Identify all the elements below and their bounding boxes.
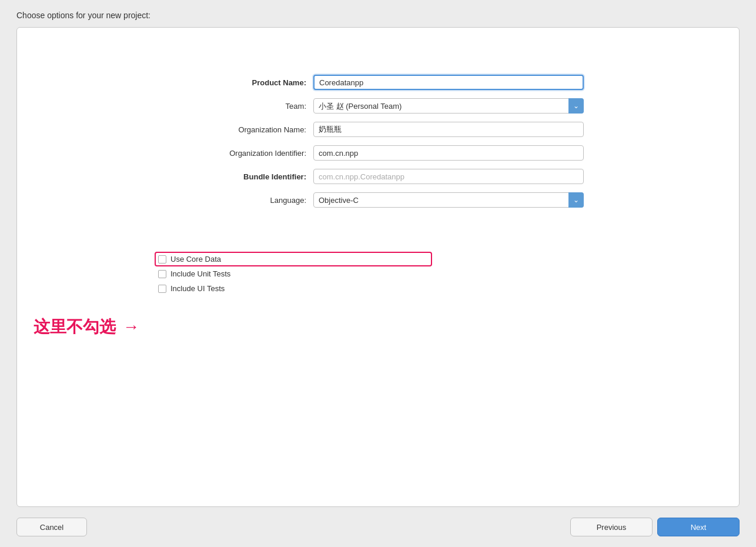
annotation-text: 这里不勾选 — [34, 316, 116, 338]
include-unit-tests-label: Include Unit Tests — [170, 269, 230, 278]
language-select[interactable]: Objective-C Swift — [313, 192, 584, 208]
team-select-wrapper: 小圣 赵 (Personal Team) — [313, 98, 584, 114]
include-ui-tests-row: Include UI Tests — [158, 284, 429, 293]
org-id-row: Organization Identifier: — [172, 145, 584, 161]
org-name-label: Organization Name: — [172, 125, 313, 134]
checkboxes-area: Use Core Data Include Unit Tests Include… — [17, 255, 429, 293]
bundle-id-row: Bundle Identifier: — [172, 169, 584, 184]
bundle-id-label: Bundle Identifier: — [172, 172, 313, 181]
product-name-input[interactable] — [313, 75, 584, 90]
use-core-data-row: Use Core Data — [158, 255, 429, 264]
form-area: Product Name: Team: 小圣 赵 (Personal Team)… — [17, 28, 739, 251]
nav-buttons: Previous Next — [570, 518, 740, 536]
org-name-input[interactable] — [313, 122, 584, 137]
product-name-row: Product Name: — [172, 75, 584, 90]
include-unit-tests-checkbox[interactable] — [158, 270, 166, 278]
org-id-label: Organization Identifier: — [172, 149, 313, 158]
page-title: Choose options for your new project: — [0, 0, 756, 27]
product-name-label: Product Name: — [172, 78, 313, 87]
language-label: Language: — [172, 196, 313, 205]
annotation-arrow-icon: → — [123, 318, 139, 336]
org-name-row: Organization Name: — [172, 122, 584, 137]
annotation: 这里不勾选 → — [34, 316, 139, 338]
team-row: Team: 小圣 赵 (Personal Team) — [172, 98, 584, 114]
language-row: Language: Objective-C Swift — [172, 192, 584, 208]
use-core-data-label: Use Core Data — [170, 255, 221, 264]
cancel-button[interactable]: Cancel — [16, 518, 87, 536]
include-ui-tests-label: Include UI Tests — [170, 284, 225, 293]
bottom-bar: Cancel Previous Next — [0, 507, 756, 547]
org-id-input[interactable] — [313, 145, 584, 161]
bundle-id-input — [313, 169, 584, 184]
main-panel: Product Name: Team: 小圣 赵 (Personal Team)… — [16, 27, 740, 507]
include-unit-tests-row: Include Unit Tests — [158, 269, 429, 278]
team-label: Team: — [172, 102, 313, 111]
team-select[interactable]: 小圣 赵 (Personal Team) — [313, 98, 584, 114]
next-button[interactable]: Next — [657, 518, 740, 536]
language-select-wrapper: Objective-C Swift — [313, 192, 584, 208]
use-core-data-checkbox[interactable] — [158, 255, 166, 264]
previous-button[interactable]: Previous — [570, 518, 653, 536]
include-ui-tests-checkbox[interactable] — [158, 285, 166, 293]
